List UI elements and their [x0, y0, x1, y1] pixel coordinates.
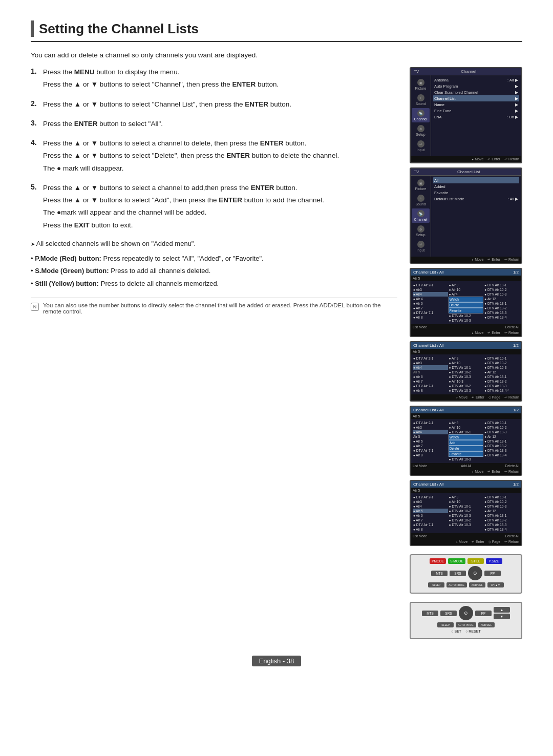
s6-c2-5: ● DTV Air 10-3 — [449, 513, 484, 518]
ch-dtv-air13-4: ● DTV Air 13-4 — [484, 315, 519, 320]
ch-dtv-air13-3: ● DTV Air 13-3 — [484, 310, 519, 315]
add-all-label: Add All — [461, 464, 471, 468]
ctx5-favorite: Favorite — [449, 451, 484, 457]
ch-dtv-air10-3-s3: ● DTV Air 10-3 — [449, 318, 484, 323]
s5-ch4: Air 5 — [413, 434, 448, 439]
screen-1-tv-label: TV — [414, 69, 419, 74]
sound2-icon: ♪ — [417, 195, 424, 202]
footer2-return: ↩ Return — [504, 258, 519, 262]
remote2-down: ▼ — [494, 614, 510, 619]
setup-icon: ⚙ — [417, 125, 424, 132]
s4-c3-2: ● DTV Air 10-2 — [484, 361, 519, 365]
screen-3-col1: ● DTV Air 2-1 ● Air3 ● Air4 ● Air 4 ● Ai… — [413, 283, 448, 323]
s4-c3-8: ● DTV Air 13-4 * — [484, 388, 519, 393]
s6-c3-1: ● DTV Air 10-1 — [484, 495, 519, 499]
screen-2-header: TV Channel List — [411, 169, 521, 176]
bullet-2: • S.Mode (Green) button: Press to add al… — [31, 266, 397, 276]
footer6-enter: ↵ Enter — [472, 540, 484, 544]
list-mode-label5: List Mode — [413, 464, 427, 468]
screen-4-col2: ● Air 9 ● Air 10 ● DTV Air 16-1 ● DTV Ai… — [449, 356, 484, 393]
footer3-enter: ↵ Enter — [487, 331, 500, 335]
intro-text: You can add or delete a channel so only … — [31, 51, 522, 59]
s5-c3-7: ● DTV Air 13-3 — [484, 448, 519, 453]
remote2-sleep: SLEEP — [437, 622, 454, 627]
s5-c2-1: ● Air 9 — [449, 421, 484, 425]
screen-6-footer: ⬦ Move ↵ Enter ◇ Page ↩ Return — [411, 539, 521, 545]
setup2-icon: ⚙ — [417, 225, 424, 233]
remote1-sleep: SLEEP — [428, 582, 444, 587]
screen-4-footer: ⬦ Move ↵ Enter ◇ Page ↩ Return — [411, 394, 521, 401]
delete-all-label5: Delete All — [505, 464, 519, 468]
remote1-autoprog: AUTO PROG. — [446, 582, 466, 587]
sidebar2-channel: 📡Channel — [412, 208, 430, 223]
screen-6-listmode-bar: List Mode Delete All — [411, 533, 521, 539]
s4-c2-2: ● Air 10 — [449, 361, 484, 365]
s4-c2-1: ● Air 9 — [449, 356, 484, 361]
footer5-return: ↩ Return — [504, 470, 519, 474]
remote2-updown: ▲ ▼ — [494, 607, 510, 619]
bullet-1: • P.Mode (Red) button: Press repeatedly … — [31, 254, 397, 264]
step-2: 2. Press the ▲ or ▼ buttons to select "C… — [31, 99, 397, 112]
s5-c3-2: ● DTV Air 10-2 — [484, 425, 519, 430]
s6-ch4-hl: ● Air 5 — [413, 509, 448, 513]
step-1-num: 1. — [31, 67, 39, 92]
screen-4-page: 1/2 — [513, 343, 519, 348]
menu2-favorite: Favorite — [433, 190, 519, 196]
screen-1-sidebar: ▣Picture ♪Sound 📡Channel ⚙Setup ⏎Input — [411, 75, 431, 156]
s4-c3-6: ● DTV Air 13-2 — [484, 379, 519, 384]
picture-icon: ▣ — [417, 79, 424, 86]
menu-antenna: Antenna: Air ▶ — [433, 77, 519, 83]
step-1-content: Press the MENU button to display the men… — [43, 67, 397, 92]
ch-dtv-air7-1-s3: ● DTV Air 7-1 — [413, 310, 448, 315]
menu-fine-tune: Fine Tune▶ — [433, 108, 519, 114]
s4-c3-7: ● DTV Air 13-3 — [484, 384, 519, 388]
screen-5-title: Channel List / All — [413, 408, 444, 412]
step-4-content: Press the ▲ or ▼ buttons to select a cha… — [43, 138, 397, 176]
screen-3-listmode-bar: List Mode Delete All — [411, 324, 521, 330]
screen-3-header: Channel List / All 1/2 — [411, 269, 521, 276]
footer3-return: ↩ Return — [504, 331, 519, 335]
s5-ch2: ● Air3 — [413, 425, 448, 430]
footer-badge: English - 38 — [252, 656, 302, 666]
screen-1-title: Channel — [461, 69, 476, 74]
screen-2-title: Channel List — [457, 170, 480, 174]
remote1-row1: PMODE S.MODE STILL P.SIZE — [415, 558, 517, 564]
s5-ch1: ● DTV Air 2-1 — [413, 421, 448, 425]
screen-5-col1: ● DTV Air 2-1 ● Air3 ● Air4 Air 5 ● Air … — [413, 421, 448, 461]
screen-4-col3: ● DTV Air 10-1 ● DTV Air 10-2 ● DTV Air … — [484, 356, 519, 393]
sidebar2-sound: ♪Sound — [412, 193, 430, 207]
s4-ch8: ● Air 8 — [413, 388, 448, 393]
ch-air6-s3: ● Air 6 — [413, 301, 448, 306]
menu-auto-program: Auto Program▶ — [433, 83, 519, 89]
tv-screen-6: Channel List / All 1/2 Air 5 ● DTV Air 2… — [410, 480, 522, 546]
s4-ch6: ● Air 7 — [413, 379, 448, 384]
delete-all-label6: Delete All — [505, 534, 519, 538]
footer6-move: ⬦ Move — [456, 540, 467, 544]
s4-c3-1: ● DTV Air 10-1 — [484, 356, 519, 361]
step-2-num: 2. — [31, 99, 39, 112]
tv-screen-2: TV Channel List ▣Picture ♪Sound 📡Channel… — [410, 167, 522, 264]
ch-air7-s3: ● Air 7 — [413, 306, 448, 310]
ch-dtv-air-2-1: ● DTV Air 2-1 — [413, 283, 448, 287]
step-4-line-3: The ● mark will disappear. — [43, 163, 397, 174]
s6-c2-2: ● Air 10 — [449, 499, 484, 504]
s5-c2-8: ● DTV Air 10-3 — [449, 457, 484, 461]
screen-5-page: 1/2 — [513, 408, 519, 412]
ch-dtv-air13-1: ● DTV Air 13-1 — [484, 301, 519, 306]
screen-3-footer: ⬥ Move ↵ Enter ↩ Return — [411, 330, 521, 336]
footer3-move: ⬥ Move — [472, 331, 483, 335]
step-5: 5. Press the ▲ or ▼ buttons to select a … — [31, 183, 397, 233]
screen-3-air-info: Air 5 — [411, 276, 521, 281]
step-1: 1. Press the MENU button to display the … — [31, 67, 397, 92]
menu-name: Name▶ — [433, 101, 519, 108]
screen-1-footer: ⬥ Move ↵ Enter ↩ Return — [411, 156, 521, 162]
content-wrapper: 1. Press the MENU button to display the … — [31, 67, 522, 639]
s6-ch3: ● Air4 — [413, 504, 448, 509]
screen-2-tv-label: TV — [414, 170, 419, 174]
footnote-area: N You can also use the number buttons to… — [31, 298, 397, 314]
remote1-psize: P.SIZE — [486, 558, 502, 564]
step-2-content: Press the ▲ or ▼ buttons to select "Chan… — [43, 99, 397, 112]
remote2-adddel: ADD/DEL — [478, 622, 495, 627]
remote1-circle: ⊙ — [468, 566, 482, 580]
remote2-srs: SRS — [440, 611, 457, 616]
